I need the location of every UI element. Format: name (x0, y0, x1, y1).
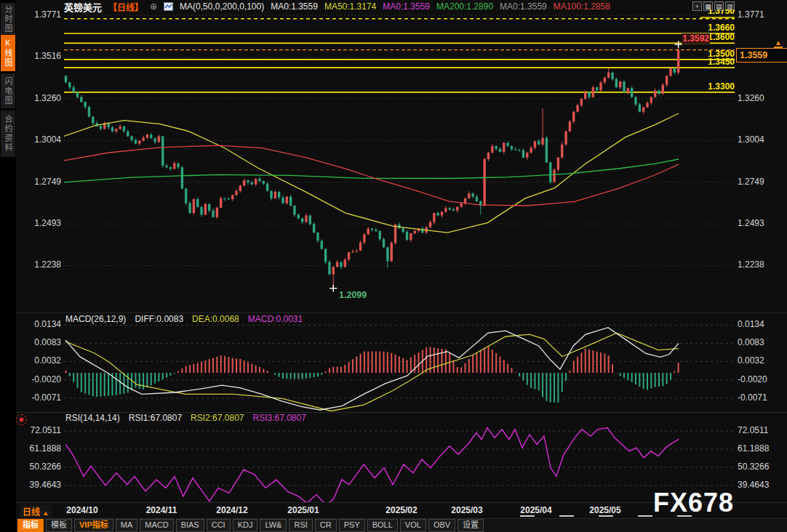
chart-canvas[interactable] (0, 0, 787, 532)
y-axis-label: 50.3266 (738, 462, 786, 472)
pane-divider[interactable] (16, 412, 787, 413)
indicator-name: MACD(26,12,9) (65, 314, 126, 324)
ma-value: MA200:1.2890 (436, 1, 493, 12)
up-triangle-icon: ▲ (42, 509, 49, 517)
toolbar-button-vol[interactable]: VOL (400, 519, 426, 532)
y-axis-label: 0.0083 (0, 338, 61, 347)
toolbar-button-lw&[interactable]: LW& (260, 519, 287, 532)
scroll-to-latest-icon[interactable]: ▲ (774, 39, 783, 48)
y-axis-label: 61.1888 (0, 444, 61, 454)
macd-header: MACD(26,12,9)DIFF:0.0083DEA:0.0068MACD:0… (65, 314, 303, 324)
y-axis-label: 0.0032 (738, 356, 786, 366)
high-price-marker: 1.3592 (627, 33, 710, 44)
y-axis-label: 0.0134 (0, 320, 61, 329)
toolbar-button-指标[interactable]: 指标 (17, 519, 44, 532)
y-axis-label: -0.0020 (738, 375, 786, 384)
y-axis-label: 39.4643 (0, 480, 61, 490)
sidebar-item-4[interactable]: 合约资料 (1, 110, 15, 157)
pane-divider[interactable] (16, 313, 787, 313)
indicator-name: RSI(14,14,14) (65, 413, 120, 423)
y-axis-label: 0.0032 (0, 356, 61, 366)
ma-values: MA0:1.3559MA50:1.3174MA0:1.3559MA200:1.2… (271, 1, 617, 12)
x-axis-month-label: 2025/04 (507, 505, 565, 515)
y-axis-label: 39.4643 (738, 480, 786, 490)
y-axis-label: 0.0134 (738, 320, 786, 329)
indicator-value: MACD:0.0031 (248, 314, 303, 324)
y-axis-label: -0.0071 (738, 393, 786, 403)
x-axis-month-label: 2024/12 (203, 505, 261, 515)
watermark-logo: FX678 (653, 488, 734, 518)
y-axis-label: 1.3004 (0, 135, 61, 145)
ma-value: MA0:1.3559 (383, 1, 430, 12)
current-price-box: 1.3559 (736, 48, 787, 63)
y-axis-label: 50.3266 (0, 462, 61, 472)
indicator-value: RSI3:67.0807 (253, 413, 306, 423)
ma-value: MA100:1.2858 (554, 1, 610, 12)
y-axis-label: 0.0083 (738, 338, 786, 347)
toolbar-button-boll[interactable]: BOLL (367, 519, 398, 532)
toolbar-button-cr[interactable]: CR (315, 519, 337, 532)
x-axis-month-label: 2024/10 (53, 505, 111, 515)
price-level-label: 1.3450 (655, 57, 735, 67)
add-indicator-icon[interactable]: ⊕ (150, 1, 157, 12)
period-tag[interactable]: 日线 ▲ (20, 505, 52, 517)
toolbar-button-vip指标[interactable]: VIP指标 (74, 519, 113, 532)
y-axis-label: 1.2493 (0, 219, 61, 228)
record-indicator-icon[interactable] (16, 414, 27, 425)
toolbar-button-psy[interactable]: PSY (339, 519, 365, 532)
trading-app-window: 分时图K线图闪电图合约资料 英镑美元 【日线】 ⊕ MA(0,50,0,200,… (0, 0, 787, 532)
y-axis-label: 1.2238 (0, 260, 61, 270)
y-axis-label: 1.2749 (738, 177, 786, 187)
toolbar-button-bias[interactable]: BIAS (176, 519, 204, 532)
indicator-value: DEA:0.0068 (192, 314, 239, 324)
x-axis-month-label: 2024/11 (132, 505, 191, 515)
indicator-toolbar: 指标模板VIP指标MAMACDBIASCCIKDJLW&RSICRPSYBOLL… (16, 518, 787, 532)
y-axis-label: -0.0020 (0, 375, 61, 384)
toolbar-button-obv[interactable]: OBV (428, 519, 455, 532)
toolbar-button-cci[interactable]: CCI (207, 519, 231, 532)
x-axis-month-label: 2025/05 (576, 505, 634, 515)
y-axis-label: 1.2749 (0, 177, 61, 187)
chart-thumbnail-icon[interactable] (164, 2, 173, 11)
y-axis-label: 61.1888 (738, 444, 786, 454)
y-axis-label: 1.3771 (0, 10, 61, 20)
resistance-label-clipped: 1.3750 (655, 9, 735, 16)
y-axis-label: 1.3004 (738, 135, 786, 145)
y-axis-label: 1.2493 (738, 219, 786, 228)
x-axis-month-label: 2025/01 (274, 505, 332, 515)
indicator-value: RSI1:67.0807 (129, 413, 182, 423)
price-level-label: 1.3660 (655, 23, 735, 33)
indicator-value: DIFF:0.0083 (135, 314, 183, 324)
y-axis-label: 1.3260 (0, 94, 61, 103)
toolbar-button-kdj[interactable]: KDJ (233, 519, 258, 532)
indicator-value: RSI2:67.0807 (191, 413, 244, 423)
y-axis-label: 72.0511 (0, 426, 61, 435)
chart-header: 英镑美元 【日线】 ⊕ MA(0,50,0,200,0,100) MA0:1.3… (64, 1, 617, 12)
ma-settings-label: MA(0,50,0,200,0,100) (180, 1, 264, 12)
y-axis-label: 1.3516 (0, 52, 61, 61)
symbol-title: 英镑美元 (64, 0, 102, 14)
y-axis-label: 1.3260 (738, 94, 786, 103)
toolbar-button-设置[interactable]: 设置 (458, 519, 484, 532)
rsi-header: RSI(14,14,14)RSI1:67.0807RSI2:67.0807RSI… (65, 413, 306, 423)
x-axis-month-label: 2025/02 (372, 505, 431, 515)
toolbar-button-macd[interactable]: MACD (140, 519, 173, 532)
toolbar-button-模板[interactable]: 模板 (46, 519, 72, 532)
y-axis-label: -0.0071 (0, 393, 61, 403)
price-level-label: 1.3300 (655, 81, 735, 92)
y-axis-label: 72.0511 (738, 426, 786, 435)
low-price-marker: 1.2099 (339, 290, 367, 300)
y-axis-label: 1.3771 (738, 10, 786, 20)
ma-value: MA0:1.3559 (500, 1, 547, 12)
toolbar-button-ma[interactable]: MA (116, 519, 138, 532)
ma-value: MA0:1.3559 (271, 1, 318, 12)
y-axis-label: 1.2238 (738, 260, 786, 270)
period-selector[interactable]: 【日线】 (108, 1, 143, 13)
toolbar-button-rsi[interactable]: RSI (289, 519, 312, 532)
ma-value: MA50:1.3174 (324, 1, 376, 12)
x-axis-month-label: 2025/03 (438, 505, 496, 515)
